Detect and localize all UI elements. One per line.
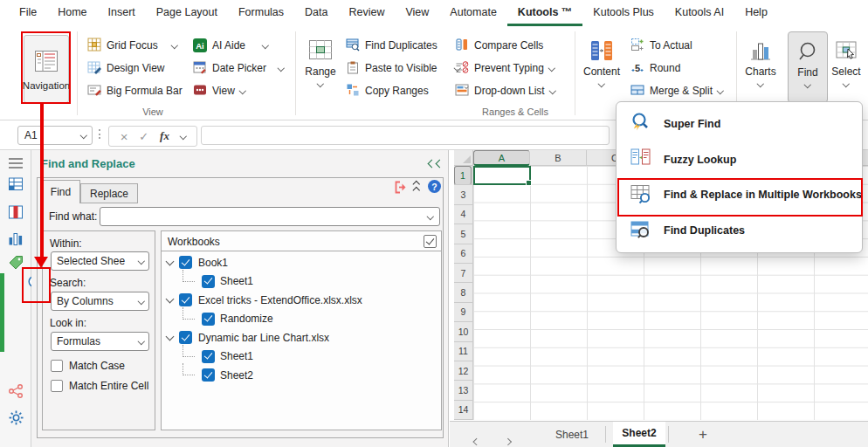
cancel-icon[interactable]: × — [121, 129, 128, 144]
menu-kutools-ai[interactable]: Kutools AI — [665, 0, 734, 26]
to-actual-button[interactable]: To Actual — [630, 37, 723, 54]
row-header[interactable]: 6 — [454, 244, 472, 264]
copy-ranges-button[interactable]: Copy Ranges — [346, 82, 459, 100]
fill-handle[interactable] — [526, 180, 532, 186]
checked-checkbox[interactable] — [202, 368, 215, 382]
tree-item-sheet[interactable]: Sheet1 — [162, 347, 440, 367]
ai-aide-button[interactable]: Ai AI Aide — [193, 37, 284, 54]
menu-view[interactable]: View — [395, 0, 439, 26]
name-box[interactable]: A1 — [17, 126, 93, 145]
chevron-down-icon[interactable] — [426, 213, 433, 220]
formula-input[interactable] — [201, 126, 610, 145]
tree-item-workbook[interactable]: Excel tricks - ExtendOffice.xlsx.xlsx — [162, 291, 440, 310]
sheet-tab-sheet1[interactable]: Sheet1 — [541, 422, 603, 447]
pane-share-icon[interactable] — [7, 382, 24, 400]
tree-item-workbook[interactable]: Book1 — [162, 253, 440, 272]
checked-checkbox[interactable] — [202, 350, 215, 363]
row-header[interactable]: 12 — [454, 361, 472, 381]
checked-checkbox[interactable] — [202, 275, 215, 288]
export-results-icon[interactable] — [394, 181, 408, 197]
pane-settings-icon[interactable] — [7, 409, 24, 426]
paste-to-visible-button[interactable]: Paste to Visible — [346, 59, 459, 77]
selected-cell-a1[interactable] — [473, 166, 531, 185]
checked-checkbox[interactable] — [179, 293, 192, 306]
compare-cells-button[interactable]: Compare Cells — [455, 37, 555, 54]
collapse-pane-icon[interactable] — [429, 161, 443, 167]
tree-item-sheet[interactable]: Randomize — [162, 310, 440, 329]
add-sheet-button[interactable]: + — [692, 422, 713, 447]
checked-checkbox[interactable] — [179, 331, 192, 344]
chevron-down-icon[interactable] — [79, 132, 86, 139]
menu-file[interactable]: File — [9, 0, 47, 26]
row-header[interactable]: 5 — [454, 224, 472, 244]
chevron-down-icon[interactable] — [549, 87, 556, 94]
chevron-down-icon[interactable] — [262, 42, 269, 49]
row-header[interactable]: 9 — [454, 303, 472, 322]
match-entire-cell-checkbox[interactable] — [51, 380, 63, 392]
tab-find[interactable]: Find — [41, 180, 80, 203]
sheet-tab-sheet2[interactable]: Sheet2 — [613, 422, 665, 447]
chevron-down-icon[interactable] — [804, 81, 811, 88]
within-select[interactable]: Selected Shee — [51, 251, 149, 271]
enter-icon[interactable]: ✓ — [139, 130, 148, 143]
design-view-button[interactable]: Design View — [87, 59, 183, 77]
prevent-typing-button[interactable]: Prevent Typing — [455, 59, 555, 77]
column-header-a[interactable]: A — [473, 150, 530, 166]
view-menu-button[interactable]: View — [193, 82, 284, 100]
chevron-down-icon[interactable] — [598, 80, 605, 87]
menu-kutools[interactable]: Kutools ™ — [507, 0, 583, 26]
row-header[interactable]: 14 — [454, 401, 472, 420]
help-icon[interactable]: ? — [428, 180, 441, 193]
chevron-down-icon[interactable] — [278, 65, 285, 72]
chevron-down-icon[interactable] — [757, 80, 764, 87]
round-button[interactable]: 5 Round — [630, 59, 723, 77]
menu-item-fuzzy-lookup[interactable]: Fuzzy Lookup — [617, 142, 862, 177]
row-header[interactable]: 4 — [454, 205, 472, 224]
menu-page-layout[interactable]: Page Layout — [146, 0, 228, 26]
chevron-expand-icon[interactable] — [166, 332, 175, 340]
row-header[interactable]: 13 — [454, 381, 472, 400]
collapse-dialog-icon[interactable] — [414, 182, 419, 192]
grid-focus-button[interactable]: Grid Focus — [87, 37, 183, 54]
pane-chart-icon[interactable] — [7, 230, 24, 247]
charts-button[interactable]: Charts — [741, 31, 781, 103]
tree-item-sheet[interactable]: Sheet2 — [162, 366, 440, 385]
menu-home[interactable]: Home — [47, 0, 97, 26]
find-button[interactable]: Find — [788, 31, 828, 103]
chevron-expand-icon[interactable] — [166, 257, 175, 265]
tab-replace[interactable]: Replace — [80, 183, 138, 203]
workbooks-select-all-checkbox[interactable] — [424, 235, 437, 248]
formula-bar-grip[interactable] — [99, 129, 100, 139]
chevron-down-icon[interactable] — [317, 80, 324, 87]
chevron-down-icon[interactable] — [548, 65, 555, 72]
chevron-expand-icon[interactable] — [166, 294, 175, 303]
chevron-down-icon[interactable] — [717, 87, 724, 94]
pane-column-icon[interactable] — [7, 203, 24, 221]
chevron-down-icon[interactable] — [180, 133, 187, 140]
menu-item-find-duplicates[interactable]: Find Duplicates — [617, 213, 862, 248]
chevron-down-icon[interactable] — [239, 87, 246, 94]
select-all-corner[interactable] — [454, 150, 473, 166]
prev-sheet-icon[interactable] — [474, 431, 479, 447]
menu-formulas[interactable]: Formulas — [228, 0, 294, 26]
search-select[interactable]: By Columns — [51, 292, 149, 311]
find-duplicates-button[interactable]: Find Duplicates — [346, 37, 459, 54]
look-in-select[interactable]: Formulas — [51, 332, 149, 351]
chevron-down-icon[interactable] — [843, 80, 850, 87]
tree-item-workbook[interactable]: Dynamic bar Line Chart.xlsx — [162, 328, 440, 347]
insert-function-icon[interactable]: fx — [160, 129, 169, 143]
menu-kutools-plus[interactable]: Kutools Plus — [582, 0, 664, 26]
checked-checkbox[interactable] — [202, 313, 215, 326]
date-picker-button[interactable]: Date Picker — [193, 59, 284, 77]
tree-item-sheet[interactable]: Sheet1 — [162, 272, 440, 292]
row-header[interactable]: 8 — [454, 283, 472, 302]
row-header[interactable]: 10 — [454, 322, 472, 341]
checked-checkbox[interactable] — [179, 256, 192, 269]
big-formula-bar-button[interactable]: Big Formula Bar — [87, 82, 183, 100]
merge-split-button[interactable]: Merge & Split — [630, 82, 723, 100]
pane-worksheet-icon[interactable] — [7, 175, 24, 193]
column-header-b[interactable]: B — [530, 150, 587, 166]
menu-insert[interactable]: Insert — [98, 0, 146, 26]
menu-data[interactable]: Data — [294, 0, 338, 26]
menu-help[interactable]: Help — [734, 0, 778, 26]
